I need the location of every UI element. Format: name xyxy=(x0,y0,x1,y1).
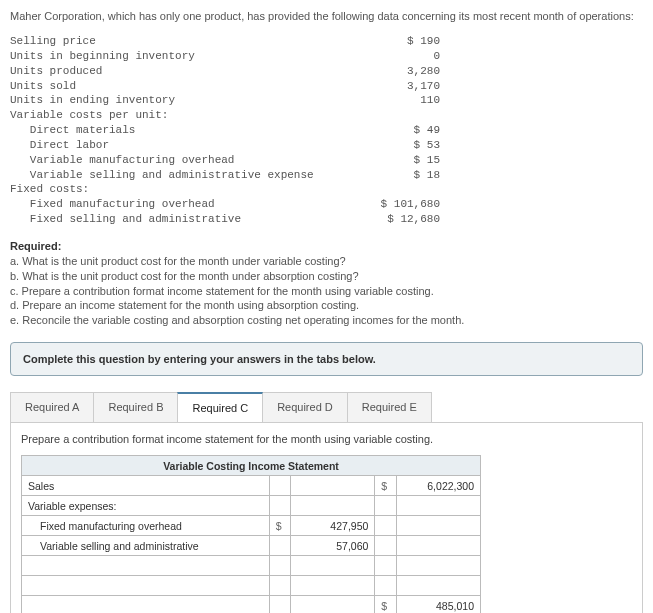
op-data-label: Variable manufacturing overhead xyxy=(10,153,350,168)
required-item-e: e. Reconcile the variable costing and ab… xyxy=(10,314,464,326)
required-block: Required: a. What is the unit product co… xyxy=(10,239,643,328)
op-data-label: Units in beginning inventory xyxy=(10,49,350,64)
op-data-label: Fixed selling and administrative xyxy=(10,212,350,227)
op-data-label: Selling price xyxy=(10,34,350,49)
op-data-row: Direct materials$ 49 xyxy=(10,123,643,138)
cell-val[interactable]: 6,022,300 xyxy=(396,476,480,496)
cell-label[interactable]: Fixed manufacturing overhead xyxy=(22,516,270,536)
required-item-a: a. What is the unit product cost for the… xyxy=(10,255,346,267)
op-data-label: Fixed costs: xyxy=(10,182,350,197)
row-blank-2[interactable] xyxy=(22,576,481,596)
required-item-d: d. Prepare an income statement for the m… xyxy=(10,299,359,311)
op-data-row: Fixed costs: xyxy=(10,182,643,197)
row-vsa[interactable]: Variable selling and administrative 57,0… xyxy=(22,536,481,556)
cell-val[interactable]: 485,010 xyxy=(396,596,480,613)
op-data-row: Fixed selling and administrative$ 12,680 xyxy=(10,212,643,227)
required-item-c: c. Prepare a contribution format income … xyxy=(10,285,434,297)
operations-data-table: Selling price$ 190Units in beginning inv… xyxy=(10,34,643,227)
op-data-label: Variable selling and administrative expe… xyxy=(10,168,350,183)
op-data-label: Variable costs per unit: xyxy=(10,108,350,123)
tab-required-d[interactable]: Required D xyxy=(262,392,348,422)
op-data-value: $ 49 xyxy=(350,123,440,138)
instruction-text: Complete this question by entering your … xyxy=(23,353,376,365)
op-data-value: $ 18 xyxy=(350,168,440,183)
op-data-row: Direct labor$ 53 xyxy=(10,138,643,153)
op-data-row: Units in beginning inventory0 xyxy=(10,49,643,64)
op-data-row: Variable selling and administrative expe… xyxy=(10,168,643,183)
op-data-value: $ 101,680 xyxy=(350,197,440,212)
cell-cur[interactable]: $ xyxy=(375,596,396,613)
panel-prompt: Prepare a contribution format income sta… xyxy=(21,433,632,445)
tab-required-c[interactable]: Required C xyxy=(177,392,263,422)
row-blank-1[interactable] xyxy=(22,556,481,576)
op-data-label: Direct labor xyxy=(10,138,350,153)
op-data-label: Units in ending inventory xyxy=(10,93,350,108)
tabs-row: Required A Required B Required C Require… xyxy=(10,392,643,422)
tab-required-b[interactable]: Required B xyxy=(93,392,178,422)
op-data-row: Variable costs per unit: xyxy=(10,108,643,123)
required-item-b: b. What is the unit product cost for the… xyxy=(10,270,359,282)
tab-panel-c: Prepare a contribution format income sta… xyxy=(10,422,643,613)
cell-val[interactable]: 427,950 xyxy=(290,516,374,536)
op-data-row: Units sold3,170 xyxy=(10,79,643,94)
op-data-value: 3,170 xyxy=(350,79,440,94)
required-header: Required: xyxy=(10,240,61,252)
cell-label[interactable]: Variable selling and administrative xyxy=(22,536,270,556)
op-data-row: Fixed manufacturing overhead$ 101,680 xyxy=(10,197,643,212)
cell-label[interactable]: Variable expenses: xyxy=(22,496,270,516)
op-data-value: $ 190 xyxy=(350,34,440,49)
op-data-label: Direct materials xyxy=(10,123,350,138)
op-data-value xyxy=(350,182,440,197)
income-statement-table: Variable Costing Income Statement Sales … xyxy=(21,455,481,613)
cell-cur[interactable]: $ xyxy=(269,516,290,536)
problem-intro: Maher Corporation, which has only one pr… xyxy=(10,10,643,22)
instruction-box: Complete this question by entering your … xyxy=(10,342,643,376)
op-data-row: Selling price$ 190 xyxy=(10,34,643,49)
row-variable-subtotal[interactable]: $ 485,010 xyxy=(22,596,481,613)
cell-label[interactable]: Sales xyxy=(22,476,270,496)
row-variable-expenses-header[interactable]: Variable expenses: xyxy=(22,496,481,516)
op-data-value: $ 12,680 xyxy=(350,212,440,227)
op-data-value: 3,280 xyxy=(350,64,440,79)
op-data-label: Units sold xyxy=(10,79,350,94)
op-data-row: Units produced3,280 xyxy=(10,64,643,79)
cell-val[interactable] xyxy=(290,476,374,496)
op-data-label: Units produced xyxy=(10,64,350,79)
op-data-label: Fixed manufacturing overhead xyxy=(10,197,350,212)
tab-required-e[interactable]: Required E xyxy=(347,392,432,422)
row-sales[interactable]: Sales $ 6,022,300 xyxy=(22,476,481,496)
tab-required-a[interactable]: Required A xyxy=(10,392,94,422)
op-data-value: $ 53 xyxy=(350,138,440,153)
op-data-value: 110 xyxy=(350,93,440,108)
cell-cur[interactable] xyxy=(269,476,290,496)
op-data-value xyxy=(350,108,440,123)
op-data-row: Units in ending inventory110 xyxy=(10,93,643,108)
row-fmo[interactable]: Fixed manufacturing overhead $ 427,950 xyxy=(22,516,481,536)
op-data-value: 0 xyxy=(350,49,440,64)
cell-val[interactable]: 57,060 xyxy=(290,536,374,556)
cell-cur[interactable]: $ xyxy=(375,476,396,496)
op-data-value: $ 15 xyxy=(350,153,440,168)
statement-header: Variable Costing Income Statement xyxy=(22,456,481,476)
op-data-row: Variable manufacturing overhead$ 15 xyxy=(10,153,643,168)
